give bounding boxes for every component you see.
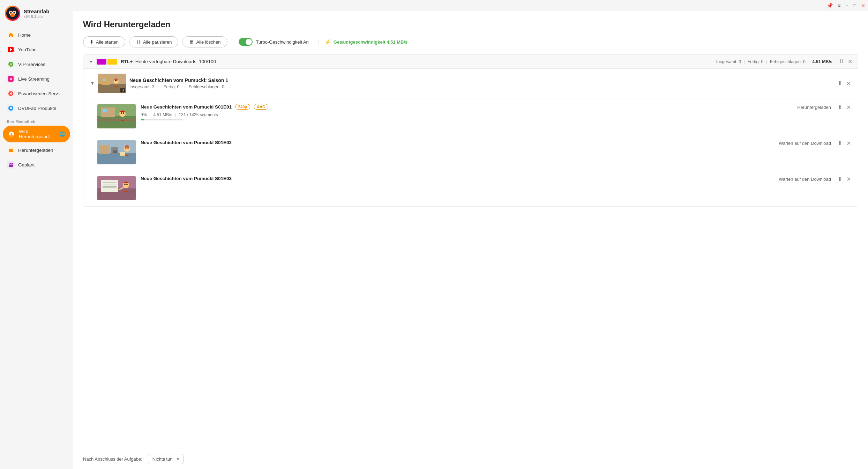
svg-rect-31 (103, 79, 106, 81)
folder-icon (7, 146, 15, 154)
episode-item-1: Neue Geschichten vom Pumuckl S01E01 540p… (83, 98, 858, 134)
series-thumbnail: 3 (98, 74, 126, 93)
sidebar-label-adult: Erwachsenen-Serv... (18, 91, 61, 96)
pin-button[interactable]: 📌 (827, 3, 833, 8)
svg-point-33 (115, 80, 116, 81)
channel-name: RTL+ Heute verfügbare Downloads: 100/100 (121, 59, 216, 64)
sidebar-label-youtube: YouTube (18, 47, 37, 52)
titlebar: 📌 ≡ − □ ✕ (73, 0, 868, 11)
ep3-pause-button[interactable]: ⏸ (837, 176, 843, 183)
svg-rect-38 (103, 109, 107, 112)
trash-icon: 🗑 (189, 39, 194, 45)
turbo-label: Turbo-Geschwindigkeit An (256, 39, 309, 45)
pause-icon: ⏸ (136, 39, 141, 45)
svg-text:🔑: 🔑 (9, 63, 13, 66)
sidebar-item-planned[interactable]: Geplant (3, 158, 70, 172)
svg-rect-44 (97, 153, 136, 164)
library-section-label: Ihre Mediathek (3, 116, 70, 125)
series-chevron[interactable]: ▼ (90, 81, 95, 86)
svg-point-34 (116, 80, 117, 81)
ep1-meta: 9% | 4.51 MB/s | 131 / 1425 segments (141, 112, 792, 117)
pause-all-label: Alle pausieren (143, 39, 172, 45)
series-pause-button[interactable]: ⏸ (837, 80, 843, 87)
delete-all-label: Alle löschen (196, 39, 220, 45)
group-close-button[interactable]: ✕ (848, 58, 852, 65)
download-arrow-icon: ⬇ (90, 39, 94, 45)
ep1-pause-button[interactable]: ⏸ (837, 104, 843, 111)
ep3-info: Neue Geschichten vom Pumuckl S01E03 (141, 176, 774, 184)
ep3-title-row: Neue Geschichten vom Pumuckl S01E03 (141, 176, 774, 181)
logo-text: Streamfab x64 6.1.5.5 (24, 8, 49, 18)
content-area: Wird Heruntergeladen ⬇ Alle starten ⏸ Al… (73, 11, 868, 449)
adult-icon (7, 90, 15, 97)
svg-rect-48 (120, 152, 125, 156)
ep1-info: Neue Geschichten vom Pumuckl S01E01 540p… (141, 104, 792, 120)
ep1-progress-bg (141, 119, 182, 120)
toggle-thumb (246, 39, 252, 45)
speed-section: ⚡ Gesamtgeschwindigkeit 4.51 MB/s (319, 39, 407, 45)
ep2-thumbnail (97, 140, 136, 164)
svg-point-7 (10, 14, 15, 17)
menu-button[interactable]: ≡ (838, 3, 840, 8)
start-all-button[interactable]: ⬇ Alle starten (83, 36, 125, 47)
sidebar-label-downloaded: Heruntergeladen (18, 148, 53, 153)
ep3-status: Warten auf den Download (779, 177, 831, 182)
delete-all-button[interactable]: 🗑 Alle löschen (182, 36, 227, 47)
sidebar-item-youtube[interactable]: YouTube (3, 43, 70, 57)
ep2-info: Neue Geschichten vom Pumuckl S01E02 (141, 140, 774, 148)
turbo-toggle[interactable] (239, 38, 253, 46)
maximize-button[interactable]: □ (853, 3, 856, 8)
sidebar-label-downloading: Wird Heruntergelad... (19, 129, 54, 139)
ep1-thumbnail (97, 104, 136, 128)
rtl-bar-yellow (107, 59, 117, 65)
svg-rect-36 (97, 116, 136, 128)
ep2-pause-button[interactable]: ⏸ (837, 140, 843, 147)
svg-point-50 (125, 147, 127, 149)
close-button[interactable]: ✕ (861, 3, 865, 8)
ep1-quality-badge: 540p (235, 104, 250, 110)
ep2-close-button[interactable]: ✕ (846, 140, 851, 147)
start-all-label: Alle starten (96, 39, 119, 45)
series-failed: Fehlgeschlagen: 0 (189, 84, 224, 89)
svg-point-42 (123, 112, 124, 114)
page-title: Wird Heruntergeladen (83, 20, 858, 29)
ep1-actions: Heruntergeladen ⏸ ✕ (797, 104, 851, 111)
svg-point-51 (127, 147, 129, 149)
toolbar: ⬇ Alle starten ⏸ Alle pausieren 🗑 Alle l… (83, 36, 858, 47)
sidebar-label-vip: VIP-Services (18, 62, 45, 67)
sidebar-item-vip[interactable]: 🔑 VIP-Services (3, 57, 70, 71)
series-actions: ⏸ ✕ (837, 80, 851, 87)
ep3-actions: Warten auf den Download ⏸ ✕ (779, 176, 851, 183)
ep3-close-button[interactable]: ✕ (846, 176, 851, 183)
minimize-button[interactable]: − (845, 3, 848, 8)
svg-point-6 (14, 12, 15, 13)
ep1-close-button[interactable]: ✕ (846, 104, 851, 111)
ep1-title-row: Neue Geschichten vom Pumuckl S01E01 540p… (141, 104, 792, 110)
ep1-audio-badge: AAC (254, 104, 268, 110)
sidebar-item-downloading[interactable]: Wird Heruntergelad... 🌐 (3, 126, 70, 142)
sidebar-item-downloaded[interactable]: Heruntergeladen (3, 143, 70, 157)
sidebar-item-dvdfab[interactable]: DVDFab Produkte (3, 101, 70, 115)
ep2-title-row: Neue Geschichten vom Pumuckl S01E02 (141, 140, 774, 145)
series-close-button[interactable]: ✕ (846, 80, 851, 87)
footer-bar: Nach Abschluss der Aufgabe: Nichts tun ▼ (73, 449, 868, 469)
ep1-title: Neue Geschichten vom Pumuckl S01E01 (141, 104, 232, 110)
turbo-section: Turbo-Geschwindigkeit An (239, 38, 309, 46)
sidebar-item-live[interactable]: Live Streaming (3, 72, 70, 86)
series-stats-row: Insgesamt: 3 | Fertig: 0 | Fehlgeschlage… (129, 84, 834, 89)
calendar-icon (7, 161, 15, 169)
task-completion-select[interactable]: Nichts tun (148, 454, 184, 464)
group-pause-button[interactable]: ⏸ (839, 58, 844, 65)
ep3-title: Neue Geschichten vom Pumuckl S01E03 (141, 176, 232, 181)
group-chevron[interactable]: ▼ (89, 59, 93, 64)
sidebar-item-home[interactable]: Home (3, 28, 70, 42)
sidebar-item-adult[interactable]: Erwachsenen-Serv... (3, 87, 70, 100)
pause-all-button[interactable]: ⏸ Alle pausieren (129, 36, 178, 47)
ep1-status: Heruntergeladen (797, 105, 831, 110)
app-version: x64 6.1.5.5 (24, 14, 49, 18)
episode-item-2: Neue Geschichten vom Pumuckl S01E02 Wart… (83, 134, 858, 170)
dvdfab-icon (7, 104, 15, 112)
ep1-speed: 4.51 MB/s (153, 112, 172, 117)
ep1-progress-fill (141, 119, 144, 120)
rtl-bar-purple (97, 59, 106, 65)
